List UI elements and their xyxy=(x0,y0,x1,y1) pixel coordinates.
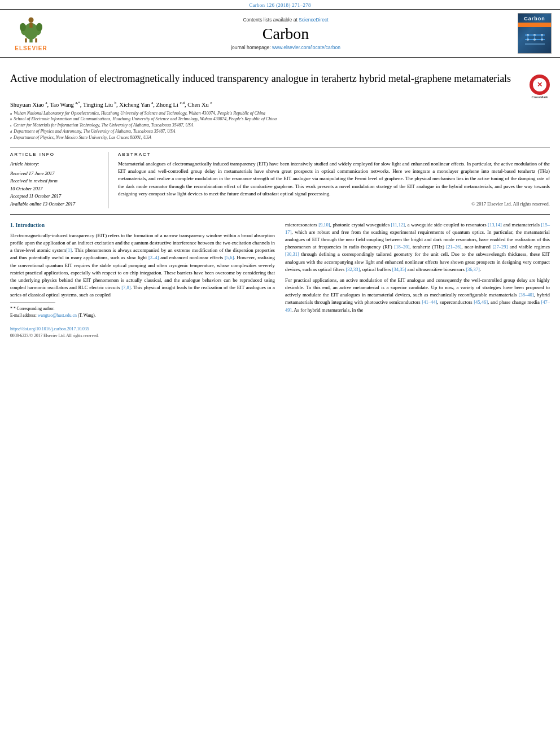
footnote-divider xyxy=(10,303,55,303)
ref-34-35: [34,35] xyxy=(392,267,406,272)
received-revised-date: 10 October 2017 xyxy=(10,185,102,193)
article-info-col: ARTICLE INFO Article history: Received 1… xyxy=(10,152,109,208)
journal-citation: Carbon 126 (2018) 271–278 xyxy=(0,0,560,9)
ref-32-33: [32,33] xyxy=(345,267,360,272)
carbon-cover: Carbon xyxy=(515,13,554,54)
title-section: Active modulation of electromagnetically… xyxy=(10,72,550,97)
citation-text: Carbon 126 (2018) 271–278 xyxy=(249,2,311,8)
section-divider xyxy=(10,214,550,215)
article-body: Active modulation of electromagnetically… xyxy=(0,58,560,341)
intro-para1: Electromagnetically-induced transparency… xyxy=(10,232,275,299)
asterisk-symbol: * xyxy=(10,306,12,311)
ref-9-10: [9,10] xyxy=(318,222,330,228)
copyright-line: © 2017 Elsevier Ltd. All rights reserved… xyxy=(118,201,550,207)
svg-point-8 xyxy=(28,17,33,22)
article-info-label: ARTICLE INFO xyxy=(10,152,102,157)
abstract-label: ABSTRACT xyxy=(118,152,550,157)
contents-available: Contents lists available at ScienceDirec… xyxy=(62,17,509,23)
elsevier-logo: ELSEVIER xyxy=(6,16,56,51)
crossmark-inner: ✕ xyxy=(533,78,546,91)
ref-5-6: [5,6] xyxy=(225,255,234,260)
main-content: 1. Introduction Electromagnetically-indu… xyxy=(10,219,550,342)
homepage-url[interactable]: www.elsevier.com/locate/carbon xyxy=(272,45,340,50)
email-note: E-mail address: wangtao@hust.edu.cn (T. … xyxy=(10,312,275,319)
right-para2: For practical applications, an active mo… xyxy=(285,277,550,314)
info-abstract-section: ARTICLE INFO Article history: Received 1… xyxy=(10,147,550,208)
elsevier-name: ELSEVIER xyxy=(15,45,47,51)
cover-image: Carbon xyxy=(518,13,552,54)
ref-38-40: [38–40] xyxy=(519,292,534,298)
elsevier-tree-icon xyxy=(14,16,48,44)
doi-link[interactable]: https://doi.org/10.1016/j.carbon.2017.10… xyxy=(10,326,275,333)
crossmark-label: CrossMark xyxy=(530,95,550,99)
abstract-col: ABSTRACT Metamaterial analogues of elect… xyxy=(118,152,550,208)
article-history: Article history: Received 17 June 2017 R… xyxy=(10,160,102,208)
authors-line: Shuyuan Xiao a, Tao Wang a,*, Tingting L… xyxy=(10,101,550,108)
issn-line: 0008-6223/© 2017 Elsevier Ltd. All right… xyxy=(10,333,275,339)
ref-41-44: [41–44] xyxy=(422,299,437,305)
ref-36-37: [36,37] xyxy=(466,267,480,272)
ref-7-8: [7,8] xyxy=(121,285,130,290)
affiliations: aWuhan National Laboratory for Optoelect… xyxy=(10,111,550,142)
corresponding-note: * * Corresponding author. xyxy=(10,305,275,312)
ref-1: [1] xyxy=(66,247,72,253)
and-text: and xyxy=(491,299,498,305)
ref-18-20: [18–20] xyxy=(394,244,409,250)
ref-30-31: [30,31] xyxy=(285,251,299,257)
svg-point-7 xyxy=(36,23,42,31)
abstract-text: Metamaterial analogues of electromagneti… xyxy=(118,160,550,198)
crossmark-badge[interactable]: ✕ CrossMark xyxy=(530,75,550,95)
journal-center: Contents lists available at ScienceDirec… xyxy=(62,17,509,50)
svg-rect-9 xyxy=(29,22,32,27)
ref-2-4: [2–4] xyxy=(148,255,159,260)
ref-11-12: [11,12] xyxy=(391,222,405,228)
cover-bar xyxy=(518,23,551,27)
received-date: Received 17 June 2017 xyxy=(10,170,102,178)
svg-rect-4 xyxy=(25,38,27,42)
svg-rect-5 xyxy=(35,38,37,42)
ref-27-29: [27–29] xyxy=(492,244,508,250)
crossmark-circle: ✕ xyxy=(530,75,550,95)
journal-homepage: journal homepage: www.elsevier.com/locat… xyxy=(62,45,509,50)
ref-13-14: [13,14] xyxy=(488,222,502,228)
history-title: Article history: xyxy=(10,160,102,168)
ref-45-46: [45,46] xyxy=(474,299,488,305)
available-date: Available online 13 October 2017 xyxy=(10,200,102,208)
journal-name: Carbon xyxy=(62,25,509,43)
main-left-col: 1. Introduction Electromagnetically-indu… xyxy=(10,221,275,339)
received-revised-label: Received in revised form xyxy=(10,177,102,185)
cover-title: Carbon xyxy=(524,16,545,21)
email-address[interactable]: wangtao@hust.edu.cn xyxy=(38,313,77,318)
journal-header: ELSEVIER Contents lists available at Sci… xyxy=(0,9,560,58)
right-para1: microresonators [9,10], photonic crystal… xyxy=(285,221,550,273)
article-title: Active modulation of electromagnetically… xyxy=(10,72,530,85)
svg-point-6 xyxy=(20,23,26,31)
ref-21-26: [21–26] xyxy=(446,244,461,250)
sciencedirect-link[interactable]: ScienceDirect xyxy=(299,17,328,23)
main-right-col: microresonators [9,10], photonic crystal… xyxy=(285,221,550,339)
intro-heading: 1. Introduction xyxy=(10,221,275,229)
accepted-date: Accepted 11 October 2017 xyxy=(10,193,102,200)
cover-graphic xyxy=(519,29,550,53)
ref-47-49: [47–49] xyxy=(285,299,550,312)
and-connector: and xyxy=(503,222,510,228)
